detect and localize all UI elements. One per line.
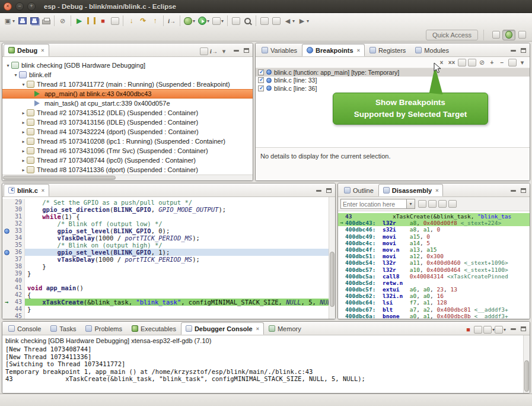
maximize-view-button[interactable] <box>518 46 528 55</box>
scrollbar-thumb[interactable] <box>330 252 335 306</box>
go-to-file-for-breakpoint-button[interactable] <box>467 57 477 68</box>
location-history-dropdown[interactable]: ▾ <box>407 199 415 209</box>
new-wizard-button[interactable]: ▣▾ <box>2 14 16 27</box>
remove-all-breakpoints-button[interactable]: ×× <box>447 57 457 68</box>
editor-annotation-ruler[interactable] <box>2 277 11 284</box>
instruction-stepping-mode-button[interactable]: i→ <box>209 46 219 56</box>
terminate-button[interactable]: ■ <box>97 14 109 27</box>
close-tab-icon[interactable]: × <box>42 188 44 194</box>
editor-annotation-ruler[interactable] <box>2 242 11 249</box>
debug-tree-row[interactable]: ▸Thread #3 1073413156 (IDLE) (Suspended … <box>2 118 253 127</box>
expand-all-button[interactable]: + <box>487 57 497 68</box>
tree-expanded-arrow[interactable]: ▾ <box>20 82 27 87</box>
editor-annotation-ruler[interactable] <box>2 313 11 319</box>
tree-collapsed-arrow[interactable]: ▸ <box>20 110 27 116</box>
editor-annotation-ruler[interactable]: → <box>2 299 11 306</box>
tab-outline[interactable]: Outline <box>339 184 378 196</box>
show-function-offsets-button[interactable] <box>437 199 447 210</box>
tab-memory[interactable]: Memory <box>264 322 306 335</box>
line-number[interactable]: 41 <box>11 284 25 291</box>
editor-annotation-ruler[interactable] <box>2 206 11 213</box>
disassembly-instruction[interactable]: 400dbc51: movi a12, 0x300 <box>338 253 530 259</box>
scrollbar-thumb[interactable] <box>524 360 529 392</box>
tab-debugger-console[interactable]: Debugger Console× <box>181 322 264 335</box>
step-return-button[interactable]: ↑ <box>149 14 161 27</box>
run-button[interactable]: ▾ <box>197 14 211 27</box>
debug-tree-row[interactable]: ▾blink.elf <box>2 70 253 80</box>
maximize-view-button[interactable] <box>518 186 528 195</box>
editor-annotation-ruler[interactable] <box>2 263 11 270</box>
line-number[interactable]: 39 <box>11 270 25 277</box>
disassembly-instruction[interactable]: 400dbc62: l32i.n a0, a0, 16 <box>338 293 530 299</box>
editor-annotation-ruler[interactable] <box>2 249 11 256</box>
breakpoint-checkbox[interactable] <box>258 77 264 83</box>
breakpoint-row[interactable]: blink.c [line: 36] <box>256 84 530 93</box>
skip-all-breakpoints-button[interactable]: ⊘ <box>57 14 68 27</box>
editor-annotation-ruler[interactable] <box>2 213 11 220</box>
maximize-view-button[interactable] <box>324 186 334 195</box>
debug-tree-row[interactable]: ▸Thread #7 1073408744 (ipc0) (Suspended … <box>2 156 253 165</box>
tree-collapsed-arrow[interactable]: ▸ <box>20 158 27 163</box>
view-menu-button[interactable]: ▾ <box>517 57 527 68</box>
editor-line[interactable]: 38 } <box>2 263 335 270</box>
debug-tree-row[interactable]: main_task() at cpu_start.c:339 0x400d057… <box>2 99 253 108</box>
window-close-button[interactable]: × <box>4 2 12 11</box>
editor-line[interactable]: 35 /* Blink on (output high) */ <box>2 242 335 249</box>
close-tab-icon[interactable]: × <box>435 188 438 194</box>
tree-collapsed-arrow[interactable]: ▸ <box>20 148 27 154</box>
minimize-view-button[interactable] <box>508 186 518 195</box>
line-number[interactable]: 33 <box>11 227 25 234</box>
forward-button[interactable]: ▶▾ <box>297 14 310 27</box>
tree-collapsed-arrow[interactable]: ▸ <box>20 129 27 135</box>
sync-with-active-debug-context-button[interactable] <box>447 199 457 210</box>
suspend-button[interactable] <box>85 14 97 27</box>
line-number[interactable]: 42 <box>11 291 25 299</box>
window-maximize-button[interactable]: + <box>27 2 36 11</box>
tab-breakpoints[interactable]: Breakpoints× <box>302 44 365 56</box>
line-number[interactable]: 40 <box>11 277 25 284</box>
tab-debug[interactable]: Debug× <box>4 44 49 56</box>
editor-line[interactable]: 40 <box>2 277 335 284</box>
disassembly-instruction[interactable]: 400dbc46: s32i a8, a1, 0 <box>338 226 530 233</box>
minimize-view-button[interactable] <box>508 324 518 334</box>
debug-tree-row[interactable]: ▸Thread #4 1073432224 (dport) (Suspended… <box>2 127 253 137</box>
instruction-stepping-button[interactable]: i→ <box>166 14 177 27</box>
search-button[interactable] <box>242 14 253 27</box>
step-over-button[interactable]: ↷ <box>138 14 149 27</box>
editor-line[interactable]: 45 <box>2 313 335 319</box>
debug-horizontal-scrollbar[interactable] <box>2 175 253 180</box>
save-all-button[interactable] <box>28 14 40 27</box>
editor-annotation-ruler[interactable] <box>2 199 11 206</box>
disassembly-instruction[interactable]: 400dbc4f: mov.n a13, a15 <box>338 246 530 253</box>
disassembly-instruction[interactable]: 400dbc4c: movi a14, 5 <box>338 240 530 246</box>
debug-tree-row[interactable]: ▸Thread #5 1073410208 (ipc1 : Running) (… <box>2 137 253 146</box>
tree-collapsed-arrow[interactable]: ▸ <box>20 139 27 144</box>
mark-occurrences-button[interactable] <box>259 14 270 27</box>
debug-tree-row[interactable]: ▸Thread #8 1073411336 (dport) (Suspended… <box>2 165 253 175</box>
debug-tree-row[interactable]: app_main() at blink.c:43 0x400dbc43 <box>2 89 253 99</box>
editor-annotation-ruler[interactable] <box>2 234 11 242</box>
breakpoint-row[interactable]: blink.c [function: app_main] [type: Temp… <box>256 68 530 77</box>
tab-tasks[interactable]: Tasks <box>46 322 81 335</box>
editor-line[interactable]: 41void app_main() <box>2 284 335 291</box>
open-perspective-button[interactable] <box>489 30 502 40</box>
line-number[interactable]: 35 <box>11 242 25 249</box>
refresh-disassembly-button[interactable] <box>417 199 427 210</box>
editor-line[interactable]: →43 xTaskCreate(&blink_task, "blink_task… <box>2 299 335 306</box>
editor-vertical-scrollbar[interactable] <box>329 197 335 319</box>
line-number[interactable]: 38 <box>11 263 25 270</box>
debug-tree-row[interactable]: ▾Thread #1 1073411772 (main : Running) (… <box>2 80 253 89</box>
editor-line[interactable]: 32 /* Blink off (output low) */ <box>2 220 335 227</box>
disconnect-button[interactable] <box>109 14 120 27</box>
debug-button[interactable]: ▾ <box>183 14 196 27</box>
maximize-view-button[interactable] <box>518 324 528 334</box>
editor-line[interactable]: 33 gpio_set_level(BLINK_GPIO, 0); <box>2 227 335 234</box>
breakpoint-checkbox[interactable] <box>258 69 264 75</box>
editor-annotation-ruler[interactable] <box>2 306 11 313</box>
tab-blink-c[interactable]: blink.c× <box>4 184 49 196</box>
disassembly-instruction[interactable]: 400dbc64: lsi f7, a1, 128 <box>338 299 530 306</box>
line-number[interactable]: 30 <box>11 206 25 213</box>
view-menu-button[interactable]: ▾ <box>219 46 229 56</box>
editor-line[interactable]: 44} <box>2 306 335 313</box>
debug-perspective-button[interactable] <box>502 30 515 40</box>
